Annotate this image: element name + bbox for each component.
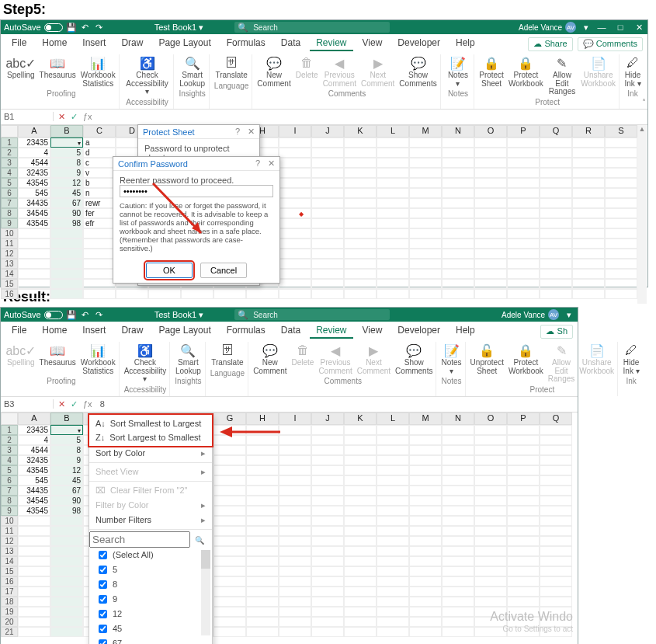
undo-icon[interactable]: ↶ — [80, 310, 91, 320]
cell[interactable] — [246, 607, 279, 617]
cell[interactable] — [213, 566, 246, 576]
cell[interactable] — [409, 228, 442, 238]
cell[interactable] — [474, 546, 507, 556]
enter-entry-icon[interactable]: ✓ — [71, 399, 78, 409]
cell[interactable] — [507, 536, 540, 546]
autosave-toggle[interactable] — [44, 23, 63, 32]
cell[interactable] — [540, 425, 572, 435]
cell[interactable] — [83, 289, 116, 299]
cell[interactable] — [181, 289, 213, 299]
cell[interactable] — [442, 269, 474, 279]
cell[interactable] — [605, 279, 637, 289]
cell[interactable] — [474, 536, 507, 546]
cell[interactable] — [507, 445, 540, 455]
confirm-ok-button[interactable]: OK — [146, 263, 193, 278]
cell[interactable] — [246, 516, 279, 526]
cell[interactable] — [377, 617, 409, 627]
cell[interactable] — [474, 587, 507, 597]
cell[interactable] — [344, 597, 377, 607]
cell[interactable] — [311, 168, 344, 178]
ribbon-thesaurus[interactable]: 📖Thesaurus — [40, 342, 76, 375]
cell[interactable] — [409, 475, 442, 486]
row-header[interactable]: 11 — [1, 238, 18, 249]
cell[interactable] — [279, 587, 311, 597]
cell[interactable] — [409, 289, 442, 299]
row-header[interactable]: 4 — [1, 455, 18, 465]
cell[interactable] — [442, 546, 474, 556]
cell[interactable] — [507, 546, 540, 556]
cell[interactable] — [507, 597, 540, 607]
cell[interactable] — [605, 148, 637, 158]
cell[interactable] — [409, 556, 442, 566]
cell[interactable]: 34435 — [18, 198, 50, 208]
cell[interactable] — [246, 576, 279, 587]
sort-by-color[interactable]: Sort by Color▸ — [89, 446, 212, 461]
cell[interactable] — [83, 249, 116, 259]
row-header[interactable]: 10 — [1, 228, 18, 238]
cell[interactable] — [507, 576, 540, 587]
cell[interactable] — [605, 269, 637, 279]
row-header[interactable]: 2 — [1, 148, 18, 158]
cell[interactable] — [572, 228, 605, 238]
account-button[interactable]: Adele Vance AV — [502, 309, 559, 320]
cell[interactable] — [18, 556, 50, 566]
cell[interactable] — [279, 526, 311, 536]
cell[interactable] — [344, 238, 377, 249]
cell[interactable] — [540, 465, 572, 475]
cell[interactable] — [18, 587, 50, 597]
cell[interactable] — [279, 279, 311, 289]
row-header[interactable]: 21 — [1, 627, 18, 637]
cell[interactable] — [540, 178, 572, 188]
cell[interactable] — [116, 289, 148, 299]
tab-file[interactable]: File — [5, 323, 33, 339]
cell[interactable] — [409, 566, 442, 576]
cell[interactable] — [377, 259, 409, 269]
cell[interactable] — [377, 526, 409, 536]
cell[interactable] — [377, 218, 409, 228]
col-header[interactable]: A — [18, 413, 50, 425]
cell[interactable] — [246, 496, 279, 506]
cell[interactable] — [442, 188, 474, 198]
cell[interactable] — [377, 228, 409, 238]
cell[interactable] — [442, 597, 474, 607]
cell[interactable] — [344, 138, 377, 148]
minimize-button[interactable]: — — [596, 23, 607, 33]
filter-item[interactable]: 12 — [89, 607, 212, 621]
row-header[interactable]: 17 — [1, 587, 18, 597]
tab-home[interactable]: Home — [36, 323, 73, 339]
titlebar-search-input[interactable] — [252, 23, 387, 33]
cell[interactable]: 34435 — [18, 486, 50, 496]
ribbon-smart-lookup[interactable]: 🔍SmartLookup — [179, 54, 205, 88]
row-header[interactable]: 8 — [1, 208, 18, 218]
cell[interactable] — [442, 435, 474, 445]
cell[interactable]: v — [83, 168, 116, 178]
cell[interactable] — [344, 148, 377, 158]
row-header[interactable]: 2 — [1, 435, 18, 445]
tab-insert[interactable]: Insert — [76, 36, 112, 51]
cell[interactable] — [344, 259, 377, 269]
cell[interactable] — [474, 228, 507, 238]
cell[interactable] — [279, 576, 311, 587]
cell[interactable] — [442, 576, 474, 587]
cell[interactable] — [246, 475, 279, 486]
cell[interactable]: n — [83, 188, 116, 198]
cell[interactable] — [18, 526, 50, 536]
cell[interactable]: 4544 — [18, 445, 50, 455]
cell[interactable] — [279, 238, 311, 249]
cell[interactable] — [540, 597, 572, 607]
ribbonopts-icon[interactable]: ▾ — [581, 23, 592, 33]
cell[interactable] — [279, 627, 311, 637]
cell[interactable]: fer — [83, 208, 116, 218]
cell[interactable] — [409, 486, 442, 496]
cell[interactable] — [507, 587, 540, 597]
cell[interactable]: c — [83, 158, 116, 168]
cell[interactable]: 8 — [50, 445, 83, 455]
protect-sheet-close-icon[interactable]: ✕ — [248, 127, 255, 137]
cell[interactable] — [442, 168, 474, 178]
cell[interactable] — [409, 249, 442, 259]
enter-entry-icon[interactable]: ✓ — [71, 112, 78, 122]
maximize-button[interactable]: □ — [615, 23, 626, 33]
ribbon-workbook-statistics[interactable]: 📊WorkbookStatistics — [81, 342, 116, 375]
cell[interactable]: 545 — [18, 188, 50, 198]
cell[interactable] — [344, 178, 377, 188]
